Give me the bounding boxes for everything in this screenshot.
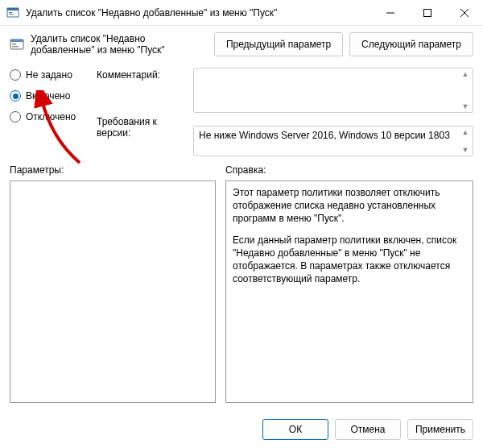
svg-rect-2 (9, 12, 12, 13)
help-paragraph: Если данный параметр политики включен, с… (233, 234, 466, 286)
state-radio-group: Не задано Включено Отключено (10, 68, 90, 156)
radio-label: Не задано (26, 69, 72, 81)
apply-button[interactable]: Применить (407, 419, 473, 440)
radio-icon (10, 111, 21, 122)
app-icon (6, 6, 19, 19)
radio-icon (10, 90, 21, 102)
svg-rect-1 (7, 8, 19, 10)
window-title: Удалить список "Недавно добавленные" из … (26, 7, 372, 19)
radio-label: Отключено (26, 111, 76, 122)
comment-textarea[interactable]: ▲ ▼ (193, 68, 473, 113)
minimize-button[interactable] (372, 0, 409, 26)
previous-setting-button[interactable]: Предыдущий параметр (214, 32, 343, 56)
svg-rect-3 (9, 14, 14, 15)
radio-icon (10, 69, 21, 81)
help-panel: Этот параметр политики позволяет отключи… (225, 180, 473, 403)
radio-not-configured[interactable]: Не задано (10, 69, 90, 81)
help-paragraph: Этот параметр политики позволяет отключи… (233, 186, 466, 226)
scroll-up-icon[interactable]: ▲ (462, 70, 469, 78)
requirements-text: Не ниже Windows Server 2016, Windows 10 … (199, 130, 450, 141)
requirements-box: Не ниже Windows Server 2016, Windows 10 … (193, 126, 473, 156)
scroll-down-icon[interactable]: ▼ (462, 102, 469, 110)
parameters-label: Параметры: (10, 164, 216, 176)
svg-rect-9 (10, 39, 23, 42)
next-setting-button[interactable]: Следующий параметр (349, 32, 473, 56)
comment-label: Комментарий: (97, 69, 187, 81)
ok-button[interactable]: ОК (262, 419, 328, 440)
svg-rect-10 (12, 44, 16, 45)
scroll-up-icon[interactable]: ▲ (462, 128, 469, 136)
svg-rect-11 (12, 46, 19, 48)
svg-rect-5 (424, 10, 431, 17)
policy-title: Удалить список "Недавно добавленные" из … (31, 33, 208, 56)
close-button[interactable] (446, 0, 483, 26)
radio-enabled[interactable]: Включено (10, 90, 90, 102)
requirements-label: Требования к версии: (97, 116, 187, 139)
cancel-button[interactable]: Отмена (335, 419, 401, 440)
scroll-down-icon[interactable]: ▼ (462, 146, 469, 154)
radio-disabled[interactable]: Отключено (10, 111, 90, 122)
help-label: Справка: (225, 164, 266, 176)
subheader: Удалить список "Недавно добавленные" из … (0, 26, 483, 63)
window-controls (372, 0, 483, 25)
radio-label: Включено (26, 90, 70, 102)
parameters-panel (10, 180, 216, 403)
scroll-arrows: ▲ ▼ (460, 128, 471, 154)
titlebar: Удалить список "Недавно добавленные" из … (0, 0, 483, 26)
maximize-button[interactable] (409, 0, 446, 26)
scroll-arrows: ▲ ▼ (460, 70, 471, 110)
policy-icon (10, 37, 24, 52)
dialog-footer: ОК Отмена Применить (262, 419, 473, 440)
